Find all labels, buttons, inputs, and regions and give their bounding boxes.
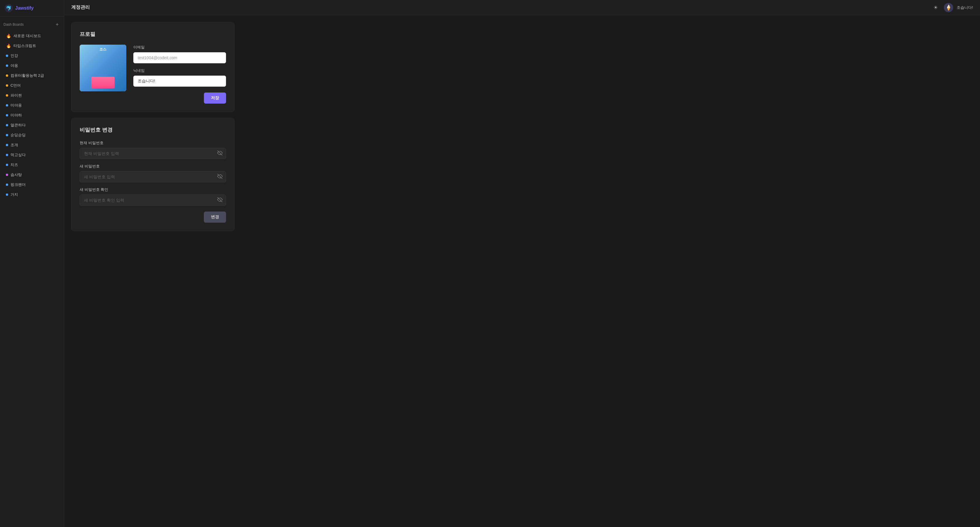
user-name: 조습니다! [957,5,973,10]
current-pw-toggle-button[interactable] [217,150,223,157]
confirm-pw-label: 새 비밀번호 확인 [80,187,226,192]
profile-card: 프로필 조스 이메일 닉네임 [71,22,234,112]
confirm-pw-input[interactable] [80,195,226,206]
page-title: 계정관리 [71,5,90,11]
email-label: 이메일 [133,45,226,50]
change-password-button[interactable]: 변경 [204,212,226,223]
sidebar-item-label: 솜사탕 [11,172,22,177]
sidebar-item-eolkeun[interactable]: 얼큰하다 [3,121,60,130]
new-dashboard-label: 새로운 대시보드 [13,33,41,38]
sidebar-item-gaji[interactable]: 가지 [3,190,60,199]
sidebar-item-candy[interactable]: 솜사탕 [3,170,60,180]
sidebar-item-label: 핑크팬더 [11,182,25,187]
sidebar-item-label: 컴퓨터활용능력 2급 [11,73,44,78]
add-board-button[interactable]: + [54,21,60,28]
email-field-group: 이메일 [133,45,226,63]
new-pw-wrapper [80,171,226,182]
current-pw-label: 현재 비밀번호 [80,140,226,146]
nickname-field-group: 닉네임 [133,68,226,87]
profile-fields: 이메일 닉네임 저장 [133,45,226,103]
password-card: 비밀번호 변경 현재 비밀번호 [71,118,234,231]
logo-icon: 🐬 [5,4,13,12]
sidebar-item-computer[interactable]: 컴퓨터활용능력 2급 [3,71,60,80]
password-section-title: 비밀번호 변경 [80,126,226,133]
dot-icon [6,183,8,186]
sidebar-item-miyaha[interactable]: 미야하 [3,111,60,120]
sidebar-item-label: 가지 [11,192,18,197]
confirm-pw-wrapper [80,195,226,206]
dot-icon [6,144,8,146]
sidebar-item-python[interactable]: 파이썬 [3,91,60,100]
save-button[interactable]: 저장 [204,92,226,103]
sidebar-header: 🐬 Jawstify [0,0,64,17]
eye-slash-icon-3 [217,197,223,204]
sidebar-item-pink[interactable]: 핑크팬더 [3,180,60,189]
sidebar-item-new-dashboard[interactable]: 🔥 새로운 대시보드 [3,31,60,41]
dash-boards-section: Dash Boards + 🔥 새로운 대시보드 🔥 타입스크립트 인강 야옹 … [0,17,64,202]
app-name: Jawstify [15,6,33,11]
current-pw-group: 현재 비밀번호 [80,140,226,159]
eye-slash-icon-2 [217,174,223,180]
dot-icon [6,114,8,116]
sidebar-item-c-lang[interactable]: C언어 [3,81,60,90]
sidebar-item-label: 인강 [11,53,18,58]
sidebar-item-miyaong[interactable]: 미야옹 [3,101,60,110]
sidebar-item-meoggo[interactable]: 먹고싶다 [3,150,60,159]
dot-icon [6,124,8,126]
sidebar-item-inkang[interactable]: 인강 [3,51,60,61]
sidebar-item-label: C언어 [11,83,21,88]
sidebar-item-jogae[interactable]: 조개 [3,140,60,150]
sidebar-item-sundding[interactable]: 순딩순딩 [3,131,60,140]
nickname-label: 닉네임 [133,68,226,73]
sidebar-item-label: 야옹 [11,63,18,68]
eye-slash-icon [217,150,223,157]
sidebar-item-label: 미야하 [11,113,22,118]
dash-boards-label: Dash Boards [3,22,24,27]
profile-picture: 조스 [80,45,126,91]
sidebar-item-label: 얼큰하다 [11,123,25,128]
sidebar-item-label: 먹고싶다 [11,152,25,158]
dot-icon [6,193,8,196]
current-pw-input[interactable] [80,148,226,159]
topbar: 계정관리 ☀ 🍦 조습니다! [64,0,980,15]
email-input[interactable] [133,52,226,63]
sidebar-item-label: 조개 [11,142,18,148]
dot-icon [6,174,8,176]
new-pw-toggle-button[interactable] [217,174,223,180]
dot-icon [6,84,8,87]
profile-section-title: 프로필 [80,31,226,38]
confirm-pw-group: 새 비밀번호 확인 [80,187,226,206]
content-area: 프로필 조스 이메일 닉네임 [64,15,980,527]
topbar-right: ☀ 🍦 조습니다! [931,3,973,12]
sidebar-item-label: 치즈 [11,162,18,167]
new-pw-input[interactable] [80,171,226,182]
sidebar: 🐬 Jawstify Dash Boards + 🔥 새로운 대시보드 🔥 타입… [0,0,64,527]
sidebar-item-typescript[interactable]: 🔥 타입스크립트 [3,41,60,51]
confirm-pw-toggle-button[interactable] [217,197,223,204]
new-pw-group: 새 비밀번호 [80,164,226,182]
new-dashboard-icon: 🔥 [6,33,11,38]
theme-toggle-button[interactable]: ☀ [931,3,940,12]
dot-icon [6,104,8,107]
nickname-input[interactable] [133,76,226,87]
dash-boards-header: Dash Boards + [3,21,60,28]
typescript-label: 타입스크립트 [13,43,36,48]
profile-image[interactable]: 조스 [80,45,126,91]
dot-icon [6,94,8,97]
dot-icon [6,64,8,67]
main-area: 계정관리 ☀ 🍦 조습니다! 프로필 조스 [64,0,980,527]
dot-icon [6,134,8,136]
dot-icon [6,54,8,57]
dot-icon [6,75,8,77]
typescript-icon: 🔥 [6,43,11,48]
sidebar-item-yaong[interactable]: 야옹 [3,61,60,70]
sidebar-item-label: 파이썬 [11,93,22,98]
avatar[interactable]: 🍦 [944,3,953,12]
profile-section: 조스 이메일 닉네임 저장 [80,45,226,103]
dot-icon [6,154,8,156]
dot-icon [6,164,8,166]
sidebar-item-cheese[interactable]: 치즈 [3,160,60,170]
current-pw-wrapper [80,148,226,159]
theme-icon: ☀ [933,5,938,11]
sidebar-item-label: 미야옹 [11,103,22,108]
